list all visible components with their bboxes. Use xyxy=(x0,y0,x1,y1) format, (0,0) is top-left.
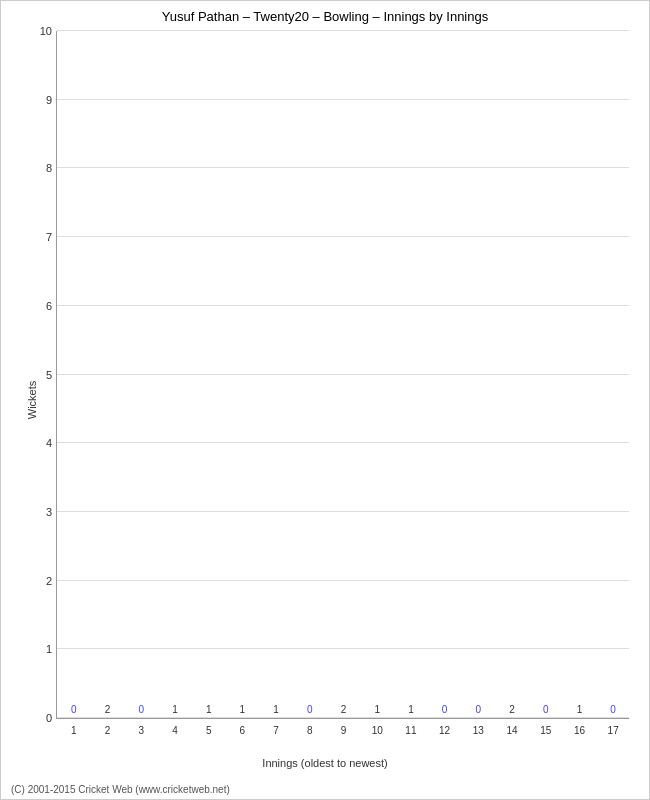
x-tick-label: 16 xyxy=(574,725,585,736)
x-tick-label: 8 xyxy=(307,725,313,736)
x-tick-label: 10 xyxy=(372,725,383,736)
x-tick-label: 11 xyxy=(405,725,416,736)
chart-area: 0123456789100122031415161708291101110120… xyxy=(56,31,629,719)
y-tick-label: 8 xyxy=(46,162,52,174)
footer-text: (C) 2001-2015 Cricket Web (www.cricketwe… xyxy=(11,784,230,795)
y-tick-label: 7 xyxy=(46,231,52,243)
bar-value-label: 2 xyxy=(341,704,347,715)
x-tick-label: 15 xyxy=(540,725,551,736)
y-gridline: 3 xyxy=(57,511,629,512)
bar-value-label: 1 xyxy=(172,704,178,715)
bar-value-label: 1 xyxy=(577,704,583,715)
y-gridline: 2 xyxy=(57,580,629,581)
x-tick-label: 7 xyxy=(273,725,279,736)
y-tick-label: 5 xyxy=(46,369,52,381)
y-tick-label: 3 xyxy=(46,506,52,518)
y-gridline: 0 xyxy=(57,717,629,718)
y-gridline: 8 xyxy=(57,167,629,168)
y-tick-label: 6 xyxy=(46,300,52,312)
x-tick-label: 1 xyxy=(71,725,77,736)
y-gridline: 7 xyxy=(57,236,629,237)
x-tick-label: 6 xyxy=(240,725,246,736)
y-tick-label: 9 xyxy=(46,94,52,106)
x-tick-label: 5 xyxy=(206,725,212,736)
x-tick-label: 4 xyxy=(172,725,178,736)
y-gridline: 6 xyxy=(57,305,629,306)
y-tick-label: 1 xyxy=(46,643,52,655)
x-axis-label: Innings (oldest to newest) xyxy=(262,757,387,769)
zero-label: 0 xyxy=(610,704,616,715)
y-tick-label: 0 xyxy=(46,712,52,724)
y-gridline: 10 xyxy=(57,30,629,31)
bar-value-label: 1 xyxy=(240,704,246,715)
zero-label: 0 xyxy=(138,704,144,715)
y-gridline: 1 xyxy=(57,648,629,649)
x-tick-label: 12 xyxy=(439,725,450,736)
x-tick-label: 17 xyxy=(608,725,619,736)
x-tick-label: 2 xyxy=(105,725,111,736)
bar-value-label: 1 xyxy=(273,704,279,715)
x-tick-label: 3 xyxy=(138,725,144,736)
bar-value-label: 1 xyxy=(374,704,380,715)
zero-label: 0 xyxy=(71,704,77,715)
y-tick-label: 2 xyxy=(46,575,52,587)
y-tick-label: 10 xyxy=(40,25,52,37)
chart-container: Yusuf Pathan – Twenty20 – Bowling – Inni… xyxy=(0,0,650,800)
zero-label: 0 xyxy=(307,704,313,715)
zero-label: 0 xyxy=(476,704,482,715)
x-tick-label: 9 xyxy=(341,725,347,736)
y-tick-label: 4 xyxy=(46,437,52,449)
y-gridline: 4 xyxy=(57,442,629,443)
y-gridline: 9 xyxy=(57,99,629,100)
bar-value-label: 1 xyxy=(206,704,212,715)
zero-label: 0 xyxy=(442,704,448,715)
y-gridline: 5 xyxy=(57,374,629,375)
bar-value-label: 2 xyxy=(509,704,515,715)
bar-value-label: 1 xyxy=(408,704,414,715)
chart-title: Yusuf Pathan – Twenty20 – Bowling – Inni… xyxy=(1,1,649,28)
bar-value-label: 2 xyxy=(105,704,111,715)
zero-label: 0 xyxy=(543,704,549,715)
x-tick-label: 14 xyxy=(506,725,517,736)
x-tick-label: 13 xyxy=(473,725,484,736)
y-axis-label: Wickets xyxy=(26,381,38,420)
